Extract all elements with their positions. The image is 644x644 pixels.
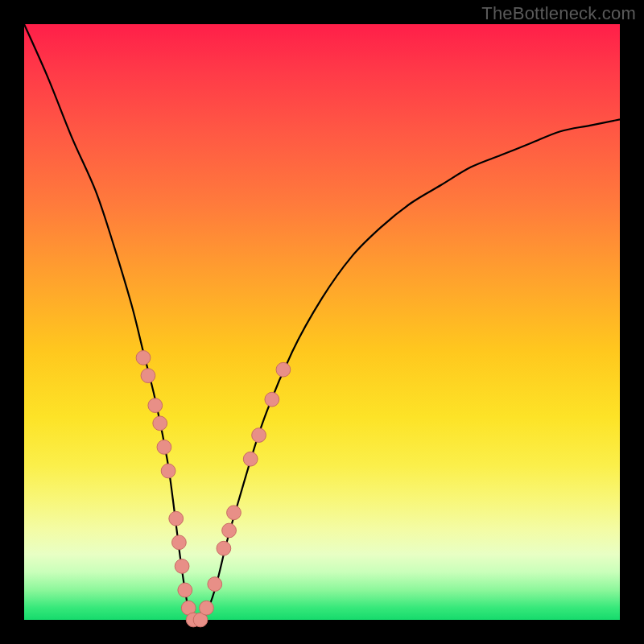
curve-markers [136,351,291,627]
curve-svg [24,24,620,620]
watermark-text: TheBottleneck.com [481,3,636,24]
curve-marker [200,601,214,615]
curve-marker [276,362,291,377]
curve-marker [208,577,222,592]
curve-marker [178,583,192,597]
plot-area [24,24,620,620]
curve-marker [153,416,167,431]
bottleneck-curve-line [24,24,620,622]
curve-marker [175,559,189,574]
curve-marker [157,440,171,455]
curve-marker [172,535,187,550]
curve-marker [161,464,175,478]
curve-marker [141,369,155,383]
outer-frame: TheBottleneck.com [0,0,644,644]
curve-marker [136,351,151,365]
curve-marker [222,523,237,538]
curve-marker [265,392,279,407]
curve-marker [217,541,231,555]
curve-marker [252,428,266,443]
curve-marker [243,452,258,466]
curve-marker [148,398,163,413]
curve-marker [169,511,184,526]
curve-marker [227,506,242,520]
